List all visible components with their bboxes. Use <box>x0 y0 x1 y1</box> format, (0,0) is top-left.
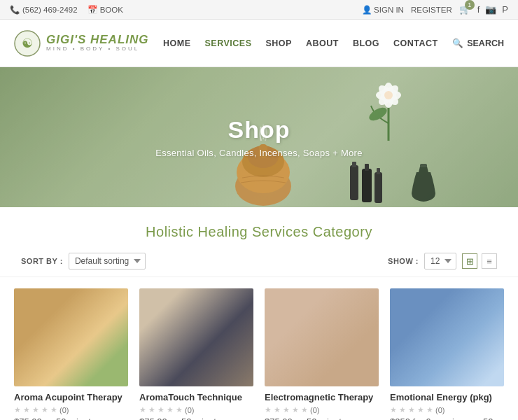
star: ★ <box>23 405 30 414</box>
product-stars: ★★★★★ (0) <box>265 405 379 414</box>
social-icons: f 📷 P <box>477 4 508 15</box>
section-title: Holistic Healing Services Category <box>0 224 518 240</box>
product-name: Aroma Acupoint Therapy <box>14 392 128 402</box>
instagram-icon[interactable]: 📷 <box>485 4 496 15</box>
nav-home[interactable]: HOME <box>163 38 191 48</box>
svg-rect-18 <box>374 172 382 203</box>
star: ★ <box>274 405 281 414</box>
svg-rect-15 <box>352 162 356 167</box>
sort-select[interactable]: Default sorting <box>69 253 146 270</box>
star: ★ <box>301 405 308 414</box>
signin-link[interactable]: 👤 SIGN IN <box>362 5 404 15</box>
calendar-icon: 📅 <box>88 5 97 15</box>
logo[interactable]: ☯ GIGI'S HEALING MIND • BODY • SOUL <box>14 30 149 57</box>
product-price: $250 for 6 sessions — 50 minutes <box>390 416 504 420</box>
bottles-decoration <box>346 151 388 207</box>
svg-point-8 <box>367 105 388 123</box>
header: ☯ GIGI'S HEALING MIND • BODY • SOUL HOME… <box>0 20 518 67</box>
phone-number[interactable]: 📞 (562) 469-2492 <box>10 5 78 15</box>
svg-rect-14 <box>350 165 358 200</box>
product-card[interactable]: Aroma Acupoint Therapy ★★★★★ (0) $75.00 … <box>14 288 128 420</box>
review-count: (0) <box>185 406 194 414</box>
show-select[interactable]: 122448 <box>424 253 456 270</box>
nav-services[interactable]: SERVICES <box>205 38 252 48</box>
star: ★ <box>14 405 21 414</box>
star: ★ <box>50 405 57 414</box>
product-stars: ★★★★★ (0) <box>14 405 128 414</box>
sort-label: SORT BY : <box>21 257 63 265</box>
product-card[interactable]: Emotional Energy (pkg) ★★★★★ (0) $250 fo… <box>390 288 504 420</box>
product-card[interactable]: Electromagnetic Therapy ★★★★★ (0) $75.00… <box>265 288 379 420</box>
filters-bar: SORT BY : Default sorting SHOW : 122448 … <box>0 247 518 277</box>
hero-banner: Shop Essential Oils, Candles, Incenses, … <box>0 67 518 207</box>
svg-rect-19 <box>377 168 380 174</box>
grid-view-icon[interactable]: ⊞ <box>462 253 477 269</box>
nav-about[interactable]: ABOUT <box>306 38 339 48</box>
product-name: AromaTouch Technique <box>139 392 253 402</box>
svg-rect-17 <box>365 164 369 171</box>
product-price: $75.00 — 50 minutes <box>265 416 379 420</box>
show-area: SHOW : 122448 ⊞ ≡ <box>388 253 497 270</box>
top-bar-right: 👤 SIGN IN REGISTER 🛒 1 f 📷 P <box>362 4 508 15</box>
logo-icon: ☯ <box>14 30 41 57</box>
star: ★ <box>167 405 174 414</box>
product-stars: ★★★★★ (0) <box>139 405 253 414</box>
show-label: SHOW : <box>388 257 419 265</box>
product-image <box>139 288 253 386</box>
cart-icon[interactable]: 🛒 1 <box>459 4 470 15</box>
top-bar-left: 📞 (562) 469-2492 📅 BOOK <box>10 5 123 15</box>
review-count: (0) <box>59 406 69 414</box>
svg-point-13 <box>384 91 393 99</box>
list-view-icon[interactable]: ≡ <box>482 253 497 269</box>
pinterest-icon[interactable]: P <box>502 4 508 15</box>
star: ★ <box>390 405 397 414</box>
product-card[interactable]: AromaTouch Technique ★★★★★ (0) $75.00 — … <box>139 288 253 420</box>
flower-decoration <box>360 71 416 141</box>
star: ★ <box>283 405 290 414</box>
user-icon: 👤 <box>362 6 372 14</box>
product-image <box>265 288 379 386</box>
product-image <box>14 288 128 386</box>
brand-name: GIGI'S HEALING <box>46 34 149 47</box>
book-link[interactable]: 📅 BOOK <box>88 5 123 15</box>
svg-rect-16 <box>362 169 372 202</box>
svg-text:☯: ☯ <box>22 36 33 50</box>
search-icon: 🔍 <box>452 38 463 48</box>
star: ★ <box>408 405 415 414</box>
search-button[interactable]: 🔍 SEARCH <box>452 38 504 48</box>
hero-subtitle: Essential Oils, Candles, Incenses, Soaps… <box>155 148 363 158</box>
star: ★ <box>292 405 299 414</box>
svg-rect-20 <box>420 164 427 167</box>
phone-icon: 📞 <box>10 5 20 15</box>
brand-tagline: MIND • BODY • SOUL <box>46 46 149 52</box>
product-price: $75.00 — 50 minutes <box>139 416 253 420</box>
product-price: $75.00 — 50 minutes <box>14 416 128 420</box>
products-grid: Aroma Acupoint Therapy ★★★★★ (0) $75.00 … <box>0 288 518 420</box>
product-stars: ★★★★★ (0) <box>390 405 504 414</box>
section-title-area: Holistic Healing Services Category <box>0 207 518 247</box>
product-image <box>390 288 504 386</box>
vase-decoration <box>406 144 441 207</box>
star: ★ <box>176 405 183 414</box>
logo-text: GIGI'S HEALING MIND • BODY • SOUL <box>46 34 149 52</box>
star: ★ <box>41 405 48 414</box>
star: ★ <box>417 405 424 414</box>
register-link[interactable]: REGISTER <box>411 6 452 14</box>
star: ★ <box>158 405 164 414</box>
star: ★ <box>148 405 155 414</box>
star: ★ <box>32 405 39 414</box>
sort-by-container: SORT BY : Default sorting <box>21 253 146 270</box>
product-name: Electromagnetic Therapy <box>265 392 379 402</box>
star: ★ <box>265 405 272 414</box>
nav-contact[interactable]: CONTACT <box>393 38 438 48</box>
star: ★ <box>399 405 406 414</box>
hero-text: Shop Essential Oils, Candles, Incenses, … <box>155 116 363 158</box>
review-count: (0) <box>435 406 444 414</box>
top-bar: 📞 (562) 469-2492 📅 BOOK 👤 SIGN IN REGIST… <box>0 0 518 20</box>
facebook-icon[interactable]: f <box>477 4 480 15</box>
nav-shop[interactable]: SHOP <box>266 38 292 48</box>
star: ★ <box>139 405 146 414</box>
star: ★ <box>426 405 433 414</box>
review-count: (0) <box>310 406 319 414</box>
nav-blog[interactable]: BLOG <box>353 38 379 48</box>
